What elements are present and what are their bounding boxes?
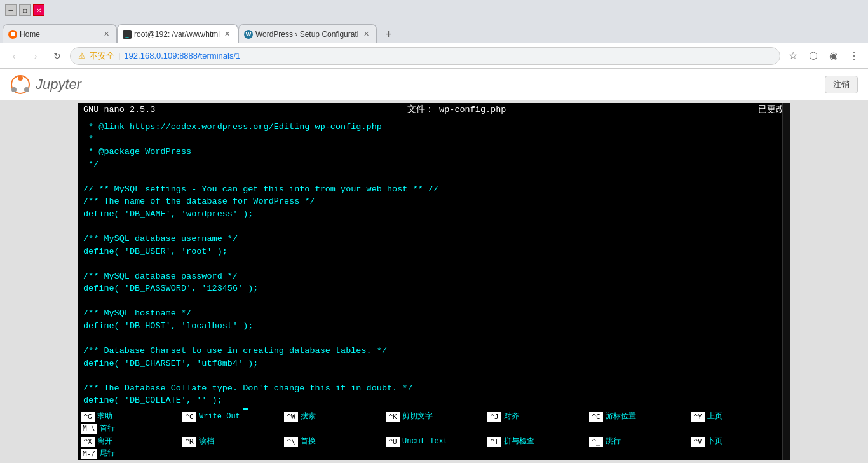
nano-desc: 剪切文字 [402, 411, 433, 422]
nano-shortcut-writeout: ^C Write Out [180, 411, 281, 423]
terminal[interactable]: GNU nano 2.5.3 文件： wp-config.php 已更改 * @… [78, 103, 790, 460]
code-line [83, 332, 785, 345]
url-text: 192.168.0.109:8888/terminals/1 [124, 51, 240, 60]
tab-terminal-favicon: _ [123, 30, 132, 39]
close-button[interactable]: ✕ [33, 4, 44, 16]
code-line: /** The Database Collate type. Don't cha… [83, 382, 785, 395]
nano-filename-label: 文件： wp-config.php [407, 104, 506, 116]
nano-footer-row-1: ^G 求助 ^C Write Out ^W 搜索 ^K 剪切文字 [78, 410, 790, 436]
nano-key: ^T [487, 437, 501, 446]
reload-button[interactable]: ↻ [48, 47, 66, 65]
code-line: * @link https://codex.wordpress.org/Edit… [83, 121, 785, 134]
nano-desc: Write Out [199, 411, 240, 422]
code-line: define( 'DB_CHARSET', 'utf8mb4' ); [83, 357, 785, 370]
nano-shortcut-firstline: M-\ 首行 [78, 423, 180, 435]
nano-desc: 尾行 [100, 448, 115, 459]
security-warning-icon: ⚠ [78, 51, 86, 60]
nano-shortcut-search: ^W 搜索 [281, 411, 383, 423]
nano-shortcut-cut: ^K 剪切文字 [383, 411, 485, 423]
tab-home-title: Home [20, 30, 98, 39]
nano-header: GNU nano 2.5.3 文件： wp-config.php 已更改 [78, 103, 790, 118]
nano-content[interactable]: * @link https://codex.wordpress.org/Edit… [78, 118, 790, 410]
nano-shortcut-spellcheck: ^T 拼与检查 [485, 436, 587, 448]
code-line: define( 'DB_PASSWORD', '123456' ); [83, 282, 785, 295]
tab-terminal-title: root@192: /var/www/html [134, 30, 220, 39]
nano-key: ^K [386, 412, 400, 422]
address-bar: ‹ › ↻ ⚠ 不安全 | 192.168.0.109:8888/termina… [0, 43, 868, 69]
tab-terminal-close[interactable]: ✕ [222, 29, 233, 39]
nano-version: GNU nano 2.5.3 [83, 104, 155, 116]
nano-key: ^C [589, 412, 603, 422]
nano-key: ^R [182, 437, 196, 446]
browser-frame: ─ □ ✕ Home ✕ _ root@192: /var/www/html ✕ [0, 0, 868, 463]
menu-button[interactable]: ⋮ [845, 47, 863, 65]
title-bar-left: ─ □ ✕ [5, 4, 50, 16]
back-button[interactable]: ‹ [5, 47, 23, 65]
security-warning-text: 不安全 [90, 50, 114, 62]
nano-desc: 读档 [199, 436, 214, 447]
tab-home-favicon [8, 30, 17, 39]
extension-button[interactable]: ⬡ [804, 47, 822, 65]
code-line: define( 'DB_USER', 'root' ); [83, 245, 785, 258]
tab-home-close[interactable]: ✕ [101, 29, 111, 39]
code-line: /** Database Charset to use in creating … [83, 345, 785, 357]
code-line: /** The name of the database for WordPre… [83, 195, 785, 208]
terminal-wrapper: GNU nano 2.5.3 文件： wp-config.php 已更改 * @… [0, 100, 868, 463]
nano-desc: 求助 [97, 411, 112, 422]
scroll-indicator[interactable] [782, 103, 790, 460]
code-line: define( 'DB_HOST', 'localhost' ); [83, 320, 785, 333]
nano-shortcut-help: ^G 求助 [78, 411, 180, 423]
code-line: * @package WordPress [83, 146, 785, 158]
code-line: */ [83, 158, 785, 171]
svg-point-1 [18, 76, 23, 81]
nano-key: ^W [284, 412, 298, 422]
profile-button[interactable]: ◉ [825, 47, 843, 65]
code-line: /** MySQL hostname */ [83, 307, 785, 320]
url-bar[interactable]: ⚠ 不安全 | 192.168.0.109:8888/terminals/1 [70, 47, 780, 65]
nano-key: ^G [81, 412, 95, 422]
nano-key: M-/ [81, 449, 97, 459]
code-line [83, 220, 785, 233]
nano-desc: 上页 [707, 411, 722, 422]
code-line [83, 258, 785, 270]
new-tab-button[interactable]: + [379, 25, 397, 43]
browser-actions: ☆ ⬡ ◉ ⋮ [784, 47, 863, 65]
nano-desc: 搜索 [301, 411, 316, 422]
nano-desc: 对齐 [504, 411, 519, 422]
tabs-bar: Home ✕ _ root@192: /var/www/html ✕ W Wor… [0, 20, 868, 43]
nano-shortcut-prevpage: ^Y 上页 [688, 411, 790, 423]
jupyter-logo-icon [10, 74, 31, 95]
logout-button[interactable]: 注销 [825, 76, 858, 93]
code-line: define( 'DB_NAME', 'wordpress' ); [83, 208, 785, 221]
nano-desc: 跳行 [606, 436, 621, 447]
minimize-button[interactable]: ─ [5, 4, 17, 16]
nano-shortcut-lastline: M-/ 尾行 [78, 448, 180, 460]
tab-wp-close[interactable]: ✕ [361, 29, 371, 39]
nano-shortcut-read: ^R 读档 [180, 436, 281, 448]
bookmark-button[interactable]: ☆ [784, 47, 802, 65]
tab-wordpress[interactable]: W WordPress › Setup Configurati ✕ [238, 24, 377, 43]
nano-shortcut-curpos: ^C 游标位置 [587, 411, 688, 423]
nano-key: ^J [487, 412, 501, 422]
maximize-button[interactable]: □ [19, 4, 31, 16]
code-line [83, 295, 785, 308]
code-line: /** MySQL database username */ [83, 233, 785, 245]
nano-desc: 离开 [97, 436, 112, 447]
tab-wp-title: WordPress › Setup Configurati [255, 30, 359, 39]
code-line [83, 370, 785, 382]
nano-shortcut-justify: ^J 对齐 [485, 411, 587, 423]
tab-wp-favicon: W [244, 30, 253, 39]
jupyter-logo-text: Jupyter [36, 76, 81, 93]
code-line: /** MySQL database password */ [83, 270, 785, 283]
nano-shortcut-exit: ^X 离开 [78, 436, 180, 448]
nano-shortcut-nextpage: ^V 卜页 [688, 436, 790, 448]
nano-shortcut-uncut: ^U Uncut Text [383, 436, 485, 448]
nano-modified: 已更改 [758, 104, 785, 116]
svg-point-2 [11, 87, 17, 92]
code-line: * [83, 133, 785, 146]
tab-terminal[interactable]: _ root@192: /var/www/html ✕ [117, 24, 238, 43]
tab-home[interactable]: Home ✕ [3, 24, 117, 43]
forward-button[interactable]: › [27, 47, 44, 65]
jupyter-header: Jupyter 注销 [0, 69, 868, 100]
nano-key: ^V [691, 437, 705, 446]
